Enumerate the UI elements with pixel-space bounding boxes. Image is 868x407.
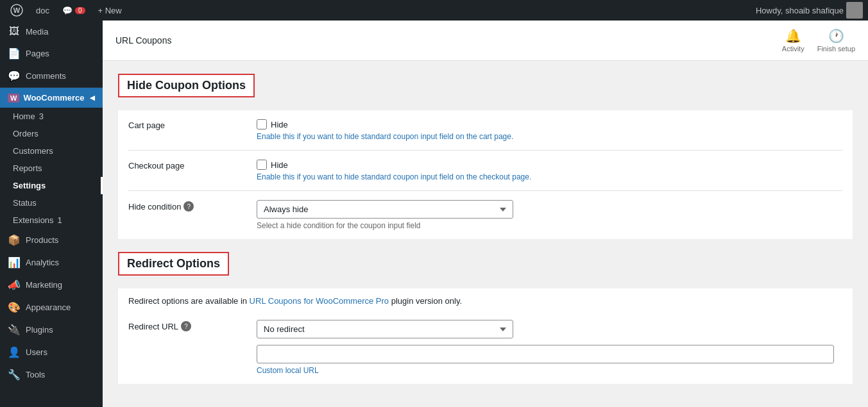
hide-condition-help-icon[interactable]: ? xyxy=(183,201,194,212)
sidebar-item-pages[interactable]: 📄 Pages xyxy=(0,42,103,65)
cart-page-label: Cart page xyxy=(128,119,257,130)
users-icon: 👤 xyxy=(8,346,21,358)
tools-icon: 🔧 xyxy=(8,369,21,381)
sidebar-item-products[interactable]: 📦 Products xyxy=(0,229,103,251)
top-bar-actions: 🔔 Activity 🕐 Finish setup xyxy=(782,28,855,53)
new-content[interactable]: + New xyxy=(93,0,127,21)
woo-arrow-icon: ◀ xyxy=(90,94,95,101)
sidebar-item-analytics[interactable]: 📊 Analytics xyxy=(0,251,103,274)
cart-page-hint: Enable this if you want to hide standard… xyxy=(257,132,842,141)
main-content: URL Coupons 🔔 Activity 🕐 Finish setup Hi… xyxy=(103,21,868,407)
sidebar-item-users[interactable]: 👤 Users xyxy=(0,341,103,363)
marketing-icon: 📣 xyxy=(8,279,21,291)
activity-icon: 🔔 xyxy=(785,28,801,44)
checkout-page-row: Checkout page Hide Enable this if you wa… xyxy=(128,151,842,191)
sidebar-item-extensions[interactable]: Extensions 1 xyxy=(5,212,103,229)
cart-page-control: Hide Enable this if you want to hide sta… xyxy=(257,119,842,141)
hide-condition-row: Hide condition ? Always hide Hide when c… xyxy=(128,191,842,239)
wp-logo[interactable]: W xyxy=(5,0,28,21)
custom-local-url-hint: Custom local URL xyxy=(257,366,842,375)
sidebar: 🖼 Media 📄 Pages 💬 Comments W WooCommerce… xyxy=(0,21,103,407)
sidebar-item-plugins[interactable]: 🔌 Plugins xyxy=(0,319,103,341)
checkout-page-control: Hide Enable this if you want to hide sta… xyxy=(257,160,842,181)
redirect-url-control: No redirect Custom URL Shop page My acco… xyxy=(257,320,842,375)
top-bar: URL Coupons 🔔 Activity 🕐 Finish setup xyxy=(103,21,868,61)
redirect-title: Redirect Options xyxy=(127,257,220,270)
comments-icon: 💬 xyxy=(8,70,21,82)
sidebar-item-status[interactable]: Status xyxy=(5,194,103,212)
sidebar-item-appearance[interactable]: 🎨 Appearance xyxy=(0,296,103,319)
hide-condition-select[interactable]: Always hide Hide when coupon applied Nev… xyxy=(257,200,513,219)
svg-text:W: W xyxy=(13,6,21,14)
page-title: URL Coupons xyxy=(115,35,171,46)
hide-condition-hint: Select a hide condition for the coupon i… xyxy=(257,221,842,230)
hide-condition-control: Always hide Hide when coupon applied Nev… xyxy=(257,200,842,230)
cart-hide-label[interactable]: Hide xyxy=(271,120,288,129)
products-icon: 📦 xyxy=(8,234,21,246)
hide-condition-label: Hide condition ? xyxy=(128,200,257,212)
checkout-page-hint: Enable this if you want to hide standard… xyxy=(257,172,842,181)
media-icon: 🖼 xyxy=(8,26,21,37)
site-name[interactable]: doc xyxy=(31,0,55,21)
clock-icon: 🕐 xyxy=(828,28,844,44)
redirect-section-heading: Redirect Options xyxy=(118,252,229,276)
content-area: Hide Coupon Options Cart page Hide Enabl… xyxy=(103,61,868,407)
sidebar-item-marketing[interactable]: 📣 Marketing xyxy=(0,274,103,296)
woo-icon: W xyxy=(8,94,19,103)
sidebar-item-tools[interactable]: 🔧 Tools xyxy=(0,363,103,386)
redirect-url-help-icon[interactable]: ? xyxy=(181,321,191,331)
checkout-page-label: Checkout page xyxy=(128,160,257,170)
pages-icon: 📄 xyxy=(8,47,21,60)
appearance-icon: 🎨 xyxy=(8,301,21,313)
sidebar-item-orders[interactable]: Orders xyxy=(5,125,103,142)
comments-admin[interactable]: 💬 0 xyxy=(57,0,90,21)
activity-button[interactable]: 🔔 Activity xyxy=(782,28,804,53)
sidebar-item-customers[interactable]: Customers xyxy=(5,142,103,160)
redirect-url-label: Redirect URL ? xyxy=(128,320,257,331)
sidebar-item-media[interactable]: 🖼 Media xyxy=(0,21,103,42)
cart-page-checkbox[interactable] xyxy=(257,119,267,129)
admin-bar: W doc 💬 0 + New Howdy, shoaib shafique xyxy=(0,0,868,21)
hide-coupon-title: Hide Coupon Options xyxy=(127,79,246,92)
sidebar-item-settings[interactable]: Settings xyxy=(5,177,103,194)
checkout-page-checkbox[interactable] xyxy=(257,160,267,170)
sidebar-item-comments[interactable]: 💬 Comments xyxy=(0,65,103,87)
sidebar-item-home[interactable]: Home 3 xyxy=(5,108,103,125)
woocommerce-menu[interactable]: W WooCommerce ◀ xyxy=(0,88,103,108)
howdy-text: Howdy, shoaib shafique xyxy=(756,6,844,15)
custom-local-url-input[interactable] xyxy=(257,345,834,363)
analytics-icon: 📊 xyxy=(8,256,21,269)
sidebar-item-reports[interactable]: Reports xyxy=(5,160,103,177)
cart-page-row: Cart page Hide Enable this if you want t… xyxy=(128,110,842,151)
redirect-url-row: Redirect URL ? No redirect Custom URL Sh… xyxy=(128,311,842,384)
checkout-hide-label[interactable]: Hide xyxy=(271,160,288,170)
woo-pro-link[interactable]: URL Coupons for WooCommerce Pro xyxy=(250,296,389,306)
redirect-url-select[interactable]: No redirect Custom URL Shop page My acco… xyxy=(257,320,513,338)
finish-setup-button[interactable]: 🕐 Finish setup xyxy=(817,28,855,53)
avatar[interactable] xyxy=(846,2,863,19)
plugins-icon: 🔌 xyxy=(8,324,21,336)
redirect-info: Redirect options are available in URL Co… xyxy=(128,288,842,311)
hide-coupon-section-heading: Hide Coupon Options xyxy=(118,74,255,97)
